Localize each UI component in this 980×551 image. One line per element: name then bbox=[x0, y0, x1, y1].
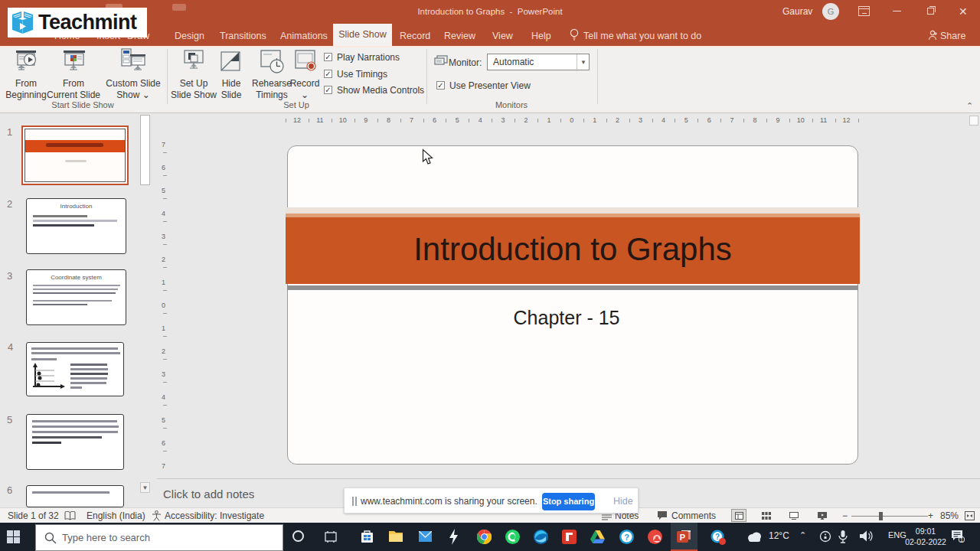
svg-text:?: ? bbox=[715, 533, 720, 541]
svg-text:?: ? bbox=[624, 533, 629, 542]
svg-text:1: 1 bbox=[960, 537, 963, 543]
svg-text:P: P bbox=[680, 533, 685, 542]
